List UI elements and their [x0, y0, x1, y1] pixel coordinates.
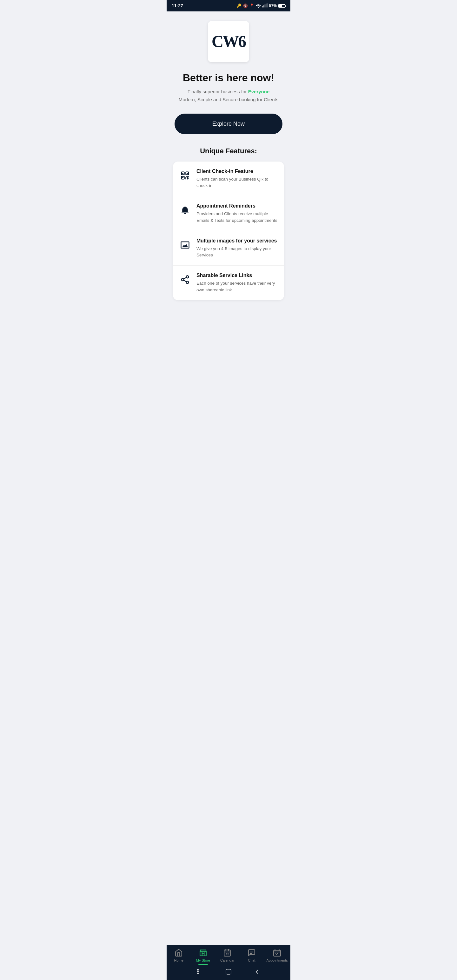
explore-now-button[interactable]: Explore Now — [175, 114, 282, 134]
location-icon: 📍 — [250, 3, 254, 8]
calendar-icon — [223, 948, 232, 957]
svg-rect-11 — [182, 177, 183, 178]
features-title: Unique Features: — [173, 147, 284, 155]
page-wrapper: 11:27 🔑 🔇 📍 57% — [167, 0, 290, 980]
feature-images-text: Multiple images for your services We giv… — [196, 238, 278, 259]
home-icon — [174, 948, 183, 957]
battery-percent: 57% — [269, 3, 277, 8]
status-bar: 11:27 🔑 🔇 📍 57% — [167, 0, 290, 11]
android-back-btn[interactable] — [254, 969, 260, 977]
key-icon: 🔑 — [237, 3, 242, 8]
svg-line-15 — [184, 280, 186, 282]
signal-icon — [263, 3, 268, 9]
nav-chat[interactable]: Chat — [242, 948, 261, 962]
feature-share-desc: Each one of your services have their ver… — [196, 280, 278, 293]
bottom-nav: Home My Store — [167, 945, 290, 965]
image-icon — [179, 239, 191, 251]
hero-title: Better is here now! — [173, 72, 284, 84]
scroll-content: CW6 Better is here now! Finally superior… — [167, 11, 290, 945]
main-content: CW6 Better is here now! Finally superior… — [167, 11, 290, 332]
svg-line-16 — [184, 278, 186, 279]
svg-rect-1 — [263, 6, 263, 7]
qr-code-icon — [179, 170, 191, 181]
nav-mystore[interactable]: My Store — [194, 948, 213, 962]
feature-images: Multiple images for your services We giv… — [173, 231, 284, 266]
logo-container: CW6 — [173, 21, 284, 62]
wifi-icon — [256, 3, 261, 9]
battery-icon — [278, 4, 285, 8]
subtitle-plain: Finally superior business for — [188, 89, 248, 94]
svg-rect-25 — [274, 950, 280, 956]
time-display: 11:27 — [172, 3, 183, 8]
hero-subtitle-2: Modern, Simple and Secure booking for Cl… — [173, 97, 284, 102]
feature-checkin-desc: Clients can scan your Business QR to che… — [196, 176, 278, 189]
svg-rect-29 — [226, 969, 231, 974]
svg-rect-9 — [182, 173, 183, 174]
feature-checkin-text: Client Check-in Feature Clients can scan… — [196, 169, 278, 189]
svg-point-0 — [258, 7, 259, 8]
feature-share-text: Sharable Service Links Each one of your … — [196, 273, 278, 293]
svg-rect-4 — [266, 3, 266, 7]
feature-images-title: Multiple images for your services — [196, 238, 278, 244]
svg-rect-2 — [263, 5, 264, 7]
feature-reminders-desc: Providers and Clients receive multiple E… — [196, 211, 278, 224]
svg-rect-27 — [197, 971, 199, 972]
svg-rect-5 — [267, 3, 268, 7]
feature-checkin: Client Check-in Feature Clients can scan… — [173, 162, 284, 196]
subtitle-highlight: Everyone — [248, 89, 270, 94]
nav-chat-label: Chat — [248, 958, 255, 962]
android-nav — [167, 965, 290, 980]
nav-appointments-label: Appointments — [266, 958, 288, 962]
features-card: Client Check-in Feature Clients can scan… — [173, 162, 284, 300]
svg-rect-28 — [197, 973, 199, 974]
feature-share: Sharable Service Links Each one of your … — [173, 266, 284, 300]
svg-rect-22 — [228, 953, 228, 954]
svg-rect-26 — [197, 969, 199, 970]
feature-reminders: Appointment Reminders Providers and Clie… — [173, 196, 284, 231]
feature-images-desc: We give you 4-5 images to display your S… — [196, 246, 278, 259]
android-home-btn[interactable] — [225, 969, 232, 977]
svg-rect-10 — [186, 173, 188, 174]
feature-reminders-text: Appointment Reminders Providers and Clie… — [196, 203, 278, 224]
nav-home[interactable]: Home — [169, 948, 188, 962]
appointments-icon — [272, 948, 282, 957]
share-icon — [179, 274, 191, 285]
nav-appointments[interactable]: Appointments — [266, 948, 288, 962]
nav-mystore-label: My Store — [196, 958, 210, 962]
svg-rect-3 — [265, 4, 265, 7]
chat-icon — [247, 948, 256, 957]
status-icons: 🔑 🔇 📍 57% — [237, 3, 285, 9]
store-icon — [199, 948, 207, 957]
feature-checkin-title: Client Check-in Feature — [196, 169, 278, 174]
feature-reminders-title: Appointment Reminders — [196, 203, 278, 209]
nav-calendar-label: Calendar — [220, 958, 234, 962]
nav-calendar[interactable]: Calendar — [218, 948, 237, 962]
svg-rect-17 — [225, 950, 231, 956]
svg-rect-21 — [226, 953, 227, 954]
mute-icon: 🔇 — [243, 3, 248, 8]
logo-text: CW6 — [212, 33, 246, 50]
hero-subtitle-1: Finally superior business for Everyone — [173, 88, 284, 95]
android-recent-btn[interactable] — [197, 969, 203, 976]
feature-share-title: Sharable Service Links — [196, 273, 278, 278]
nav-home-label: Home — [174, 958, 183, 962]
bell-icon — [179, 204, 191, 216]
logo-box: CW6 — [208, 21, 249, 62]
